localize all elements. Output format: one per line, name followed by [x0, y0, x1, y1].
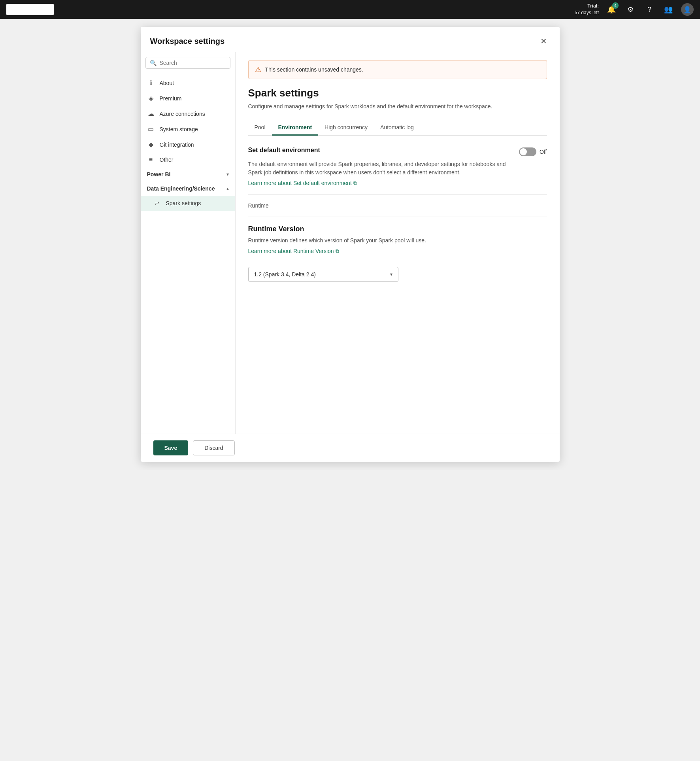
runtime-version-description: Runtime version defines which version of… [248, 236, 517, 245]
dropdown-value: 1.2 (Spark 3.4, Delta 2.4) [254, 271, 316, 278]
warning-banner: ⚠ This section contains unsaved changes. [248, 60, 547, 79]
other-icon: ≡ [147, 156, 155, 163]
settings-button[interactable]: ⚙ [624, 3, 637, 16]
divider-1 [248, 194, 547, 194]
sidebar: 🔍 ℹ About ◈ Premium ☁ Azure connections … [141, 52, 236, 434]
sidebar-item-label-premium: Premium [160, 95, 182, 102]
main-content: ⚠ This section contains unsaved changes.… [236, 52, 560, 434]
sidebar-section-power-bi[interactable]: Power BI ▾ [141, 167, 235, 181]
page-title: Spark settings [248, 87, 547, 99]
modal-body: 🔍 ℹ About ◈ Premium ☁ Azure connections … [141, 52, 560, 434]
runtime-link-text: Learn more about Runtime Version [248, 248, 334, 254]
toggle-container[interactable]: Off [519, 147, 547, 156]
close-button[interactable]: ✕ [538, 35, 550, 47]
set-default-description: The default environment will provide Spa… [248, 160, 517, 177]
topbar: Trial: 57 days left 🔔 4 ⚙ ? 👥 👤 [0, 0, 700, 19]
tab-high-concurrency[interactable]: High concurrency [318, 120, 374, 136]
runtime-version-dropdown[interactable]: 1.2 (Spark 3.4, Delta 2.4) ▾ [248, 267, 398, 282]
search-box[interactable]: 🔍 [145, 57, 230, 69]
people-button[interactable]: 👥 [662, 3, 675, 16]
modal-footer: Save Discard [141, 434, 560, 462]
discard-button[interactable]: Discard [193, 440, 234, 455]
sidebar-item-label-other: Other [160, 157, 174, 163]
sidebar-item-azure[interactable]: ☁ Azure connections [141, 106, 235, 121]
toggle-thumb [520, 148, 527, 155]
sidebar-item-label-storage: System storage [160, 126, 198, 132]
trial-label: Trial: [575, 3, 599, 9]
tab-automatic-log[interactable]: Automatic log [374, 120, 420, 136]
divider-2 [248, 217, 547, 217]
modal-header: Workspace settings ✕ [141, 27, 560, 52]
tab-pool[interactable]: Pool [248, 120, 272, 136]
help-button[interactable]: ? [643, 3, 656, 16]
sidebar-item-other[interactable]: ≡ Other [141, 152, 235, 167]
sidebar-item-premium[interactable]: ◈ Premium [141, 91, 235, 106]
sidebar-item-about[interactable]: ℹ About [141, 75, 235, 91]
dropdown-chevron: ▾ [390, 272, 392, 277]
save-button[interactable]: Save [153, 440, 189, 455]
set-default-title: Set default environment [248, 147, 320, 154]
about-icon: ℹ [147, 79, 155, 87]
trial-info: Trial: 57 days left [575, 3, 599, 16]
topbar-right: Trial: 57 days left 🔔 4 ⚙ ? 👥 👤 [575, 3, 694, 16]
search-icon: 🔍 [150, 60, 157, 66]
git-icon: ◆ [147, 141, 155, 148]
runtime-version-link[interactable]: Learn more about Runtime Version ⧉ [248, 248, 339, 254]
runtime-version-title: Runtime Version [248, 225, 547, 233]
sidebar-item-git[interactable]: ◆ Git integration [141, 137, 235, 152]
power-bi-chevron: ▾ [226, 172, 229, 177]
data-engineering-chevron: ▴ [226, 186, 229, 191]
toggle-label: Off [540, 149, 547, 155]
premium-icon: ◈ [147, 94, 155, 102]
sidebar-item-spark-settings[interactable]: ⇌ Spark settings [141, 196, 235, 211]
sidebar-section-data-engineering[interactable]: Data Engineering/Science ▴ [141, 181, 235, 196]
sidebar-item-storage[interactable]: ▭ System storage [141, 121, 235, 137]
sidebar-sub-item-label-spark: Spark settings [166, 200, 201, 206]
tabs: Pool Environment High concurrency Automa… [248, 120, 547, 136]
toggle-switch[interactable] [519, 147, 536, 156]
data-engineering-label: Data Engineering/Science [147, 185, 215, 192]
external-link-icon-1: ⧉ [353, 180, 357, 186]
spark-icon: ⇌ [153, 200, 161, 207]
set-default-environment-section: Set default environment Off The default … [248, 147, 547, 186]
warning-text: This section contains unsaved changes. [265, 66, 363, 73]
page-description: Configure and manage settings for Spark … [248, 102, 517, 111]
azure-icon: ☁ [147, 110, 155, 117]
set-default-link-text: Learn more about Set default environment [248, 180, 352, 186]
tab-environment[interactable]: Environment [272, 120, 319, 136]
app-logo [6, 4, 54, 15]
runtime-version-section: Runtime Version Runtime version defines … [248, 225, 547, 282]
set-default-link[interactable]: Learn more about Set default environment… [248, 180, 357, 186]
avatar[interactable]: 👤 [681, 3, 694, 16]
external-link-icon-2: ⧉ [336, 248, 339, 254]
notification-button[interactable]: 🔔 4 [605, 3, 618, 16]
runtime-label: Runtime [248, 202, 547, 209]
workspace-settings-modal: Workspace settings ✕ 🔍 ℹ About ◈ Premium… [141, 27, 560, 462]
sidebar-item-label-azure: Azure connections [160, 111, 205, 117]
sidebar-item-label-git: Git integration [160, 142, 194, 148]
power-bi-label: Power BI [147, 171, 171, 178]
storage-icon: ▭ [147, 125, 155, 133]
search-input[interactable] [160, 60, 226, 66]
notification-badge: 4 [612, 2, 619, 9]
trial-days: 57 days left [575, 9, 599, 16]
sidebar-item-label-about: About [160, 80, 174, 86]
modal-title: Workspace settings [150, 37, 225, 46]
section-header-row: Set default environment Off [248, 147, 547, 157]
warning-icon: ⚠ [255, 65, 261, 74]
